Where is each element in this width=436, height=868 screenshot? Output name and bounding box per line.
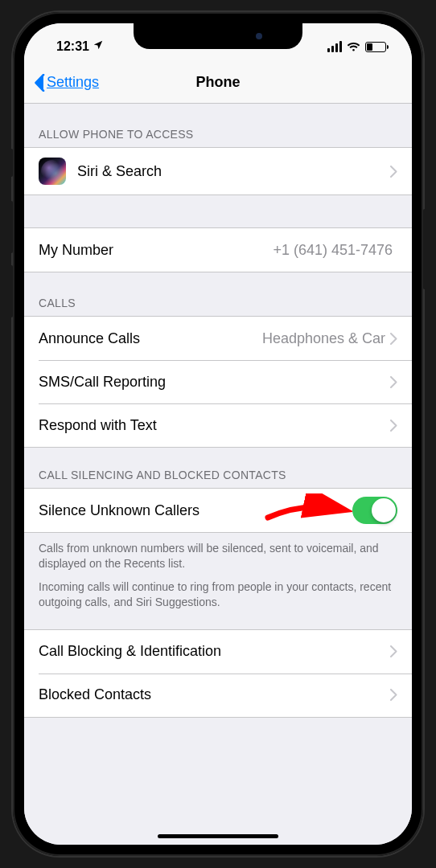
back-button[interactable]: Settings — [34, 74, 99, 92]
volume-up-button — [10, 201, 13, 253]
home-indicator[interactable] — [158, 834, 278, 838]
section-header-calls: CALLS — [24, 272, 412, 316]
section-header-access: ALLOW PHONE TO ACCESS — [24, 104, 412, 147]
section-header-silencing: CALL SILENCING AND BLOCKED CONTACTS — [24, 448, 412, 488]
row-label: Call Blocking & Identification — [39, 643, 390, 660]
battery-icon — [365, 42, 386, 52]
back-label: Settings — [47, 74, 99, 91]
row-label: Siri & Search — [77, 163, 390, 180]
row-label: Respond with Text — [39, 417, 390, 434]
footer-text-1: Calls from unknown numbers will be silen… — [24, 533, 412, 576]
status-time: 12:31 — [56, 39, 89, 54]
volume-down-button — [10, 265, 13, 317]
chevron-left-icon — [34, 74, 45, 92]
location-icon — [93, 39, 104, 54]
silence-unknown-toggle[interactable] — [352, 497, 397, 524]
page-title: Phone — [195, 74, 240, 91]
row-label: SMS/Call Reporting — [39, 374, 390, 391]
chevron-right-icon — [390, 333, 397, 345]
chevron-right-icon — [390, 376, 397, 388]
row-value: +1 (641) 451-7476 — [273, 242, 393, 259]
row-label: Blocked Contacts — [39, 686, 390, 703]
row-siri-search[interactable]: Siri & Search — [24, 148, 412, 194]
row-silence-unknown-callers[interactable]: Silence Unknown Callers — [24, 489, 412, 532]
phone-device-frame: 12:31 Settings — [13, 12, 423, 856]
toggle-knob — [372, 498, 396, 522]
siri-icon — [39, 158, 66, 185]
settings-content[interactable]: ALLOW PHONE TO ACCESS Siri & Search My N… — [24, 104, 412, 845]
front-camera — [256, 33, 262, 39]
wifi-icon — [347, 42, 360, 52]
row-announce-calls[interactable]: Announce Calls Headphones & Car — [24, 317, 412, 360]
chevron-right-icon — [390, 420, 397, 432]
chevron-right-icon — [390, 645, 397, 657]
row-value: Headphones & Car — [262, 330, 385, 347]
row-label: Announce Calls — [39, 330, 262, 347]
row-blocked-contacts[interactable]: Blocked Contacts — [24, 674, 412, 717]
chevron-right-icon — [390, 689, 397, 701]
chevron-right-icon — [390, 166, 397, 178]
footer-text-2: Incoming calls will continue to ring fro… — [24, 576, 412, 629]
power-button — [423, 209, 426, 289]
row-respond-with-text[interactable]: Respond with Text — [24, 403, 412, 447]
row-label: My Number — [39, 242, 273, 259]
row-sms-call-reporting[interactable]: SMS/Call Reporting — [24, 360, 412, 403]
mute-switch — [10, 149, 13, 177]
cellular-signal-icon — [327, 41, 342, 52]
row-my-number[interactable]: My Number +1 (641) 451-7476 — [24, 228, 412, 272]
row-call-blocking-identification[interactable]: Call Blocking & Identification — [24, 630, 412, 674]
notch — [134, 23, 302, 49]
navigation-bar: Settings Phone — [24, 62, 412, 104]
screen: 12:31 Settings — [24, 23, 412, 845]
row-label: Silence Unknown Callers — [39, 502, 352, 519]
